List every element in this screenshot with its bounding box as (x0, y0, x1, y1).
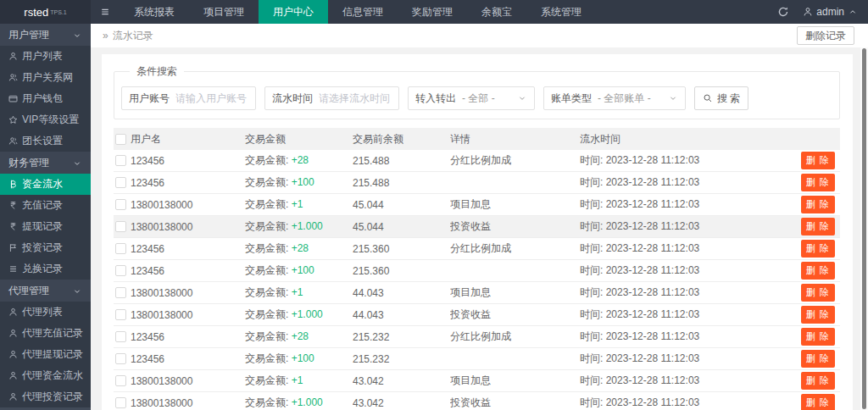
row-checkbox[interactable] (115, 331, 126, 342)
topbar-menu-item[interactable]: 系统管理 (526, 0, 596, 24)
time-prefix: 时间: (580, 176, 603, 188)
row-checkbox[interactable] (115, 353, 126, 364)
delete-row-button[interactable]: 删 除 (801, 196, 835, 213)
row-checkbox[interactable] (115, 199, 126, 210)
amount-value: +100 (292, 264, 314, 276)
topbar-menu-item[interactable]: 信息管理 (328, 0, 398, 24)
row-checkbox[interactable] (115, 287, 126, 298)
time-prefix: 时间: (580, 220, 603, 232)
sidebar-item[interactable]: 代理提现记录 (0, 344, 91, 365)
breadcrumb: » 流水记录 (103, 29, 153, 43)
cell-detail: 分红比例加成 (450, 241, 580, 256)
time-prefix: 时间: (580, 154, 603, 166)
time-field: 流水时间 (264, 86, 399, 110)
table-header: 用户名 交易金额 交易前余额 详情 流水时间 (114, 128, 840, 150)
row-checkbox[interactable] (115, 155, 126, 166)
cell-time: 时间: 2023-12-28 11:12:03 (580, 352, 779, 366)
sidebar-item[interactable]: 团长设置 (0, 130, 91, 152)
sidebar-item[interactable]: 资金流水 (0, 174, 91, 195)
delete-row-button[interactable]: 删 除 (801, 174, 835, 191)
row-checkbox[interactable] (115, 397, 126, 408)
cell-username: 13800138000 (131, 221, 245, 233)
amount-value: +100 (292, 176, 314, 188)
cell-detail: 项目加息 (450, 285, 580, 300)
bill-type-select[interactable]: 账单类型 - 全部账单 - (543, 86, 686, 110)
amount-value: +28 (292, 154, 309, 166)
table-row: 123456交易金额: +100215.488时间: 2023-12-28 11… (114, 172, 840, 194)
search-button[interactable]: 搜 索 (694, 86, 748, 110)
time-value: 2023-12-28 11:12:03 (606, 154, 700, 166)
sidebar-item-label: 提现记录 (22, 219, 63, 234)
cell-time: 时间: 2023-12-28 11:12:03 (580, 308, 779, 322)
topbar-menu-item[interactable]: 余额宝 (467, 0, 526, 24)
sidebar-item[interactable]: 投资记录 (0, 237, 91, 258)
refresh-icon[interactable] (777, 6, 789, 18)
hamburger-menu-icon[interactable] (91, 0, 120, 24)
user-menu[interactable]: admin (803, 6, 858, 18)
sidebar-item[interactable]: VIP等级设置 (0, 109, 91, 130)
cell-detail: 投资收益 (450, 308, 580, 322)
delete-row-button[interactable]: 删 除 (801, 218, 835, 235)
sidebar-item[interactable]: 用户关系网 (0, 67, 91, 88)
amount-value: +1 (292, 286, 303, 298)
delete-row-button[interactable]: 删 除 (801, 240, 835, 258)
chevron-down-icon (72, 157, 82, 169)
topbar-menu-item[interactable]: 用户中心 (259, 0, 328, 24)
scrollbar-thumb[interactable] (862, 48, 866, 409)
sidebar-item[interactable]: 代理投资记录 (0, 386, 91, 407)
time-prefix: 时间: (580, 352, 603, 364)
cell-balance: 215.488 (353, 155, 450, 167)
delete-row-button[interactable]: 删 除 (801, 152, 835, 169)
sidebar-item-label: 资金流水 (22, 177, 63, 191)
header-amount: 交易金额 (245, 132, 353, 147)
content-card: 条件搜索 用户账号 流水时间 转入转出 - 全部 - 账单类型 - (102, 54, 853, 410)
cell-detail: 投资收益 (450, 396, 580, 410)
row-checkbox[interactable] (115, 309, 126, 320)
delete-row-button[interactable]: 删 除 (801, 394, 835, 410)
topbar-menu-item[interactable]: 项目管理 (189, 0, 259, 24)
cell-balance: 215.232 (353, 331, 450, 343)
row-checkbox[interactable] (115, 265, 126, 276)
money-icon (8, 180, 18, 189)
account-input[interactable] (175, 92, 248, 104)
row-checkbox[interactable] (115, 221, 126, 232)
table-row: 13800138000交易金额: +1.00044.043投资收益时间: 202… (114, 304, 840, 326)
row-checkbox[interactable] (115, 243, 126, 254)
delete-records-button[interactable]: 删除记录 (797, 26, 854, 45)
row-checkbox[interactable] (115, 177, 126, 188)
sidebar-item[interactable]: 充值记录 (0, 195, 91, 216)
topbar-menu-item[interactable]: 奖励管理 (398, 0, 467, 24)
cell-detail: 分红比例加成 (450, 153, 580, 168)
direction-select[interactable]: 转入转出 - 全部 - (408, 86, 535, 110)
sidebar-item[interactable]: 代理列表 (0, 302, 91, 323)
time-value: 2023-12-28 11:12:03 (606, 352, 700, 364)
delete-row-button[interactable]: 删 除 (801, 306, 835, 324)
select-all-checkbox[interactable] (115, 134, 126, 145)
sidebar-item[interactable]: 兑换记录 (0, 258, 91, 280)
delete-row-button[interactable]: 删 除 (801, 328, 835, 346)
row-checkbox[interactable] (115, 375, 126, 386)
delete-row-button[interactable]: 删 除 (801, 372, 835, 390)
cell-time: 时间: 2023-12-28 11:12:03 (580, 175, 779, 190)
sidebar-section-header[interactable]: 财务管理 (0, 152, 91, 174)
time-field-label: 流水时间 (272, 91, 313, 106)
sidebar-section-label: 代理管理 (8, 284, 49, 298)
sidebar-item[interactable]: 代理充值记录 (0, 323, 91, 344)
time-value: 2023-12-28 11:12:03 (606, 396, 700, 408)
delete-row-button[interactable]: 删 除 (801, 284, 835, 302)
delete-row-button[interactable]: 删 除 (801, 350, 835, 368)
sidebar-item[interactable]: 代理资金流水 (0, 365, 91, 386)
app-logo: rstedTPS.1 (0, 0, 91, 24)
delete-row-button[interactable]: 删 除 (801, 262, 835, 280)
time-input[interactable] (319, 92, 392, 104)
amount-prefix: 交易金额: (245, 242, 288, 254)
sidebar-section-header[interactable]: 代理管理 (0, 280, 91, 302)
topbar-menu-item[interactable]: 系统报表 (120, 0, 189, 24)
cell-balance: 44.043 (353, 287, 450, 299)
sidebar-section-header[interactable]: 用户管理 (0, 24, 91, 46)
breadcrumb-bar: » 流水记录 删除记录 (91, 24, 868, 47)
sidebar-item[interactable]: 用户钱包 (0, 88, 91, 109)
table-row: 13800138000交易金额: +144.043项目加息时间: 2023-12… (114, 282, 840, 304)
sidebar-item[interactable]: 提现记录 (0, 216, 91, 237)
sidebar-item[interactable]: 用户列表 (0, 46, 91, 67)
